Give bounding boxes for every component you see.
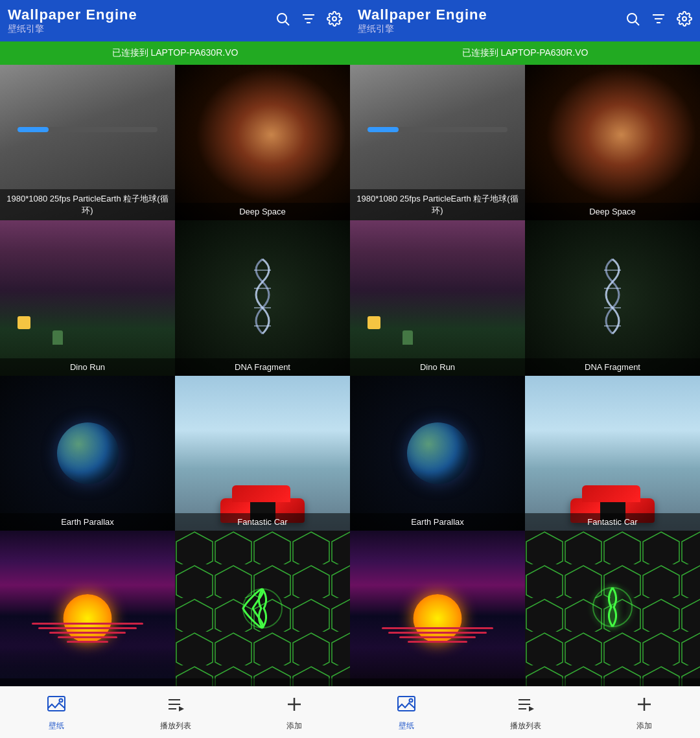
right-wallpaper-razer-label — [525, 678, 700, 686]
left-wallpaper-razer-label — [175, 678, 350, 686]
right-wallpaper-dna[interactable]: DNA Fragment — [525, 220, 700, 376]
right-wallpaper-deepspace[interactable]: Deep Space — [525, 65, 700, 220]
right-status-text: 已连接到 LAPTOP-PA630R.VO — [462, 47, 589, 59]
left-wallpaper-dna[interactable]: DNA Fragment — [175, 220, 350, 376]
left-nav-panel: 壁纸 播放列表 添加 — [0, 686, 350, 738]
right-nav-add-label: 添加 — [636, 721, 652, 732]
left-wallpaper-dinorun-label: Dino Run — [0, 358, 175, 376]
left-wallpaper-sunset-label — [0, 678, 175, 686]
left-wallpaper-car[interactable]: Fantastic Car — [175, 376, 350, 531]
right-wallpaper-dinorun[interactable]: Dino Run — [350, 220, 525, 376]
left-wallpaper-sunset[interactable] — [0, 531, 175, 686]
left-nav-playlist[interactable]: 播放列表 — [160, 695, 191, 732]
left-app-title: Wallpaper Engine 壁纸引擎 — [8, 6, 137, 35]
left-wallpaper-dinorun[interactable]: Dino Run — [0, 220, 175, 376]
right-wallpaper-sunset[interactable] — [350, 531, 525, 686]
svg-point-27 — [60, 698, 63, 702]
svg-point-25 — [593, 588, 632, 627]
left-wallpaper-particle-label: 1980*1080 25fps ParticleEarth 粒子地球(循环) — [0, 189, 175, 220]
left-wallpaper-icon — [47, 695, 66, 718]
right-wallpaper-earth-label: Earth Parallax — [350, 513, 525, 531]
right-wallpaper-razer[interactable] — [525, 531, 700, 686]
left-header: Wallpaper Engine 壁纸引擎 — [0, 0, 350, 41]
settings-icon[interactable] — [327, 11, 342, 30]
right-app-title: Wallpaper Engine 壁纸引擎 — [358, 6, 487, 35]
svg-marker-39 — [529, 706, 534, 711]
right-panel: Wallpaper Engine 壁纸引擎 已连接到 LAPTOP-PA630R… — [350, 0, 700, 686]
right-settings-icon[interactable] — [677, 11, 692, 30]
right-wallpaper-sunset-label — [350, 678, 525, 686]
left-wallpaper-deepspace-label: Deep Space — [175, 203, 350, 220]
right-search-icon[interactable] — [625, 11, 640, 30]
right-wallpaper-car[interactable]: Fantastic Car — [525, 376, 700, 531]
left-wallpaper-particle[interactable]: 1980*1080 25fps ParticleEarth 粒子地球(循环) — [0, 65, 175, 220]
svg-point-5 — [332, 17, 336, 21]
right-playlist-icon — [516, 695, 535, 718]
left-header-icons — [275, 11, 342, 30]
right-add-icon — [635, 695, 653, 718]
svg-point-0 — [277, 14, 286, 23]
svg-marker-31 — [179, 706, 184, 711]
svg-line-1 — [286, 22, 290, 26]
svg-point-18 — [682, 17, 686, 21]
right-nav-panel: 壁纸 播放列表 添加 — [350, 686, 700, 738]
right-nav-wallpaper[interactable]: 壁纸 — [397, 695, 416, 732]
right-wallpaper-earth[interactable]: Earth Parallax — [350, 376, 525, 531]
left-nav-wallpaper[interactable]: 壁纸 — [47, 695, 66, 732]
left-nav-playlist-label: 播放列表 — [160, 721, 191, 732]
right-sub-title: 壁纸引擎 — [358, 23, 487, 35]
right-header: Wallpaper Engine 壁纸引擎 — [350, 0, 700, 41]
right-main-title: Wallpaper Engine — [358, 6, 487, 23]
right-nav-playlist-label: 播放列表 — [510, 721, 541, 732]
left-main-title: Wallpaper Engine — [8, 6, 137, 23]
filter-icon[interactable] — [301, 11, 316, 30]
left-wallpaper-car-label: Fantastic Car — [175, 513, 350, 531]
left-nav-add[interactable]: 添加 — [285, 695, 303, 732]
search-icon[interactable] — [275, 11, 290, 30]
left-wallpaper-deepspace[interactable]: Deep Space — [175, 65, 350, 220]
left-nav-add-label: 添加 — [286, 721, 302, 732]
panels-container: Wallpaper Engine 壁纸引擎 已连接到 LAPTOP-PA630R… — [0, 0, 700, 686]
svg-line-14 — [636, 22, 640, 26]
right-nav-wallpaper-label: 壁纸 — [399, 721, 414, 732]
left-wallpaper-dna-label: DNA Fragment — [175, 358, 350, 376]
right-wallpaper-particle-label: 1980*1080 25fps ParticleEarth 粒子地球(循环) — [350, 189, 525, 220]
right-wallpaper-car-label: Fantastic Car — [525, 513, 700, 531]
right-wallpaper-particle[interactable]: 1980*1080 25fps ParticleEarth 粒子地球(循环) — [350, 65, 525, 220]
left-status-bar: 已连接到 LAPTOP-PA630R.VO — [0, 41, 350, 65]
svg-point-35 — [410, 698, 413, 702]
left-wallpaper-earth[interactable]: Earth Parallax — [0, 376, 175, 531]
left-status-text: 已连接到 LAPTOP-PA630R.VO — [112, 47, 239, 59]
left-wallpaper-earth-label: Earth Parallax — [0, 513, 175, 531]
left-wallpaper-razer[interactable] — [175, 531, 350, 686]
right-status-bar: 已连接到 LAPTOP-PA630R.VO — [350, 41, 700, 65]
right-filter-icon[interactable] — [651, 11, 666, 30]
svg-point-13 — [627, 14, 636, 23]
right-wallpaper-icon — [397, 695, 416, 718]
bottom-navigation: 壁纸 播放列表 添加 — [0, 686, 700, 738]
right-wallpaper-dinorun-label: Dino Run — [350, 358, 525, 376]
right-grid: 1980*1080 25fps ParticleEarth 粒子地球(循环) D… — [350, 65, 700, 686]
left-panel: Wallpaper Engine 壁纸引擎 已连接到 LAPTOP-PA630R… — [0, 0, 350, 686]
right-wallpaper-dna-label: DNA Fragment — [525, 358, 700, 376]
right-header-icons — [625, 11, 692, 30]
left-playlist-icon — [166, 695, 185, 718]
right-wallpaper-deepspace-label: Deep Space — [525, 203, 700, 220]
left-add-icon — [285, 695, 303, 718]
left-sub-title: 壁纸引擎 — [8, 23, 137, 35]
left-nav-wallpaper-label: 壁纸 — [49, 721, 64, 732]
right-nav-playlist[interactable]: 播放列表 — [510, 695, 541, 732]
right-nav-add[interactable]: 添加 — [635, 695, 653, 732]
left-grid: 1980*1080 25fps ParticleEarth 粒子地球(循环) D… — [0, 65, 350, 686]
